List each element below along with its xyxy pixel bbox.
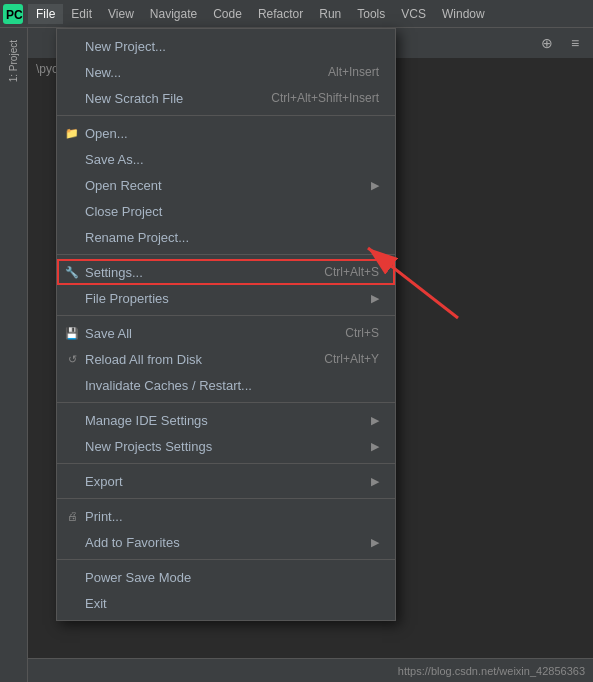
menu-item-file-properties[interactable]: File Properties ▶ — [57, 285, 395, 311]
file-menu-panel: New Project... New... Alt+Insert New Scr… — [56, 28, 396, 621]
svg-text:PC: PC — [6, 8, 23, 22]
menu-refactor[interactable]: Refactor — [250, 4, 311, 24]
menu-navigate[interactable]: Navigate — [142, 4, 205, 24]
menu-run[interactable]: Run — [311, 4, 349, 24]
menu-window[interactable]: Window — [434, 4, 493, 24]
main-area: 1: Project ⊕ ≡ \pycharmproject New Proje… — [0, 28, 593, 682]
menu-item-rename-project[interactable]: Rename Project... — [57, 224, 395, 250]
menu-item-new-projects-settings[interactable]: New Projects Settings ▶ — [57, 433, 395, 459]
menu-bar: PC File Edit View Navigate Code Refactor… — [0, 0, 593, 28]
menu-item-add-favorites[interactable]: Add to Favorites ▶ — [57, 529, 395, 555]
menu-edit[interactable]: Edit — [63, 4, 100, 24]
menu-item-open-recent[interactable]: Open Recent ▶ — [57, 172, 395, 198]
save-all-icon: 💾 — [63, 324, 81, 342]
menu-code[interactable]: Code — [205, 4, 250, 24]
menu-item-print[interactable]: 🖨 Print... — [57, 503, 395, 529]
sidebar-project-label[interactable]: 1: Project — [8, 40, 19, 82]
menu-item-invalidate-caches[interactable]: Invalidate Caches / Restart... — [57, 372, 395, 398]
content-area: ⊕ ≡ \pycharmproject New Project... New..… — [28, 28, 593, 682]
separator-2 — [57, 254, 395, 255]
url-text: https://blog.csdn.net/weixin_42856363 — [398, 665, 585, 677]
menu-item-export[interactable]: Export ▶ — [57, 468, 395, 494]
file-dropdown-menu: New Project... New... Alt+Insert New Scr… — [56, 28, 396, 621]
reload-icon: ↺ — [63, 350, 81, 368]
menu-file[interactable]: File — [28, 4, 63, 24]
menu-item-open[interactable]: 📁 Open... — [57, 120, 395, 146]
settings-icon[interactable]: ≡ — [565, 33, 585, 53]
menu-vcs[interactable]: VCS — [393, 4, 434, 24]
menu-item-save-as[interactable]: Save As... — [57, 146, 395, 172]
menu-item-exit[interactable]: Exit — [57, 590, 395, 616]
menu-view[interactable]: View — [100, 4, 142, 24]
menu-item-close-project[interactable]: Close Project — [57, 198, 395, 224]
globe-icon[interactable]: ⊕ — [537, 33, 557, 53]
separator-7 — [57, 559, 395, 560]
print-icon: 🖨 — [63, 507, 81, 525]
menu-item-manage-ide[interactable]: Manage IDE Settings ▶ — [57, 407, 395, 433]
menu-item-new[interactable]: New... Alt+Insert — [57, 59, 395, 85]
separator-4 — [57, 402, 395, 403]
menu-item-reload-all[interactable]: ↺ Reload All from Disk Ctrl+Alt+Y — [57, 346, 395, 372]
separator-6 — [57, 498, 395, 499]
menu-item-save-all[interactable]: 💾 Save All Ctrl+S — [57, 320, 395, 346]
url-bar: https://blog.csdn.net/weixin_42856363 — [28, 658, 593, 682]
separator-3 — [57, 315, 395, 316]
menu-item-new-scratch[interactable]: New Scratch File Ctrl+Alt+Shift+Insert — [57, 85, 395, 111]
app-logo: PC — [2, 3, 24, 25]
settings-wrench-icon: 🔧 — [63, 263, 81, 281]
separator-5 — [57, 463, 395, 464]
menu-item-settings[interactable]: 🔧 Settings... Ctrl+Alt+S — [57, 259, 395, 285]
separator-1 — [57, 115, 395, 116]
menu-tools[interactable]: Tools — [349, 4, 393, 24]
sidebar: 1: Project — [0, 28, 28, 682]
menu-item-new-project[interactable]: New Project... — [57, 33, 395, 59]
folder-icon: 📁 — [63, 124, 81, 142]
menu-item-power-save-mode[interactable]: Power Save Mode — [57, 564, 395, 590]
